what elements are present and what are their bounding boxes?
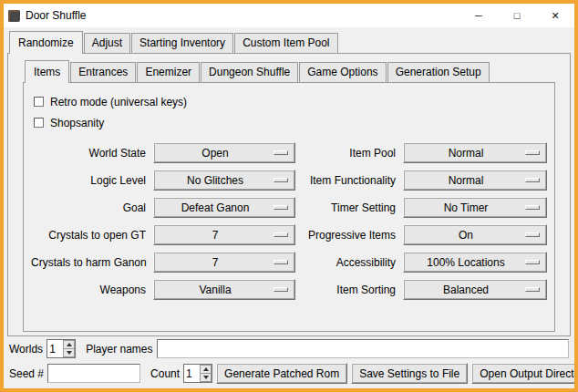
worlds-row: Worlds Player names <box>9 339 569 358</box>
weapons-value: Vanilla <box>199 284 249 296</box>
dropdown-indicator-icon <box>525 287 540 292</box>
seed-input[interactable] <box>47 364 140 383</box>
weapons-dropdown[interactable]: Vanilla <box>153 279 295 300</box>
count-input[interactable] <box>184 365 200 382</box>
spinner-buttons <box>63 340 75 357</box>
close-icon: ✕ <box>551 10 559 22</box>
items-pane: Retro mode (universal keys) Shopsanity W… <box>23 82 555 332</box>
count-spinbox[interactable] <box>183 364 212 383</box>
tab-custom-item-pool[interactable]: Custom Item Pool <box>234 33 337 53</box>
checkbox-icon <box>34 118 44 128</box>
checkbox-icon <box>34 97 44 107</box>
tab-entrances[interactable]: Entrances <box>70 62 136 82</box>
logic-level-dropdown[interactable]: No Glitches <box>153 170 295 191</box>
item-functionality-label: Item Functionality <box>301 174 397 187</box>
tab-game-options[interactable]: Game Options <box>299 62 386 82</box>
dropdown-indicator-icon <box>525 178 540 182</box>
timer-setting-label: Timer Setting <box>301 201 397 214</box>
progressive-items-label: Progressive Items <box>301 229 397 242</box>
app-icon <box>8 10 20 22</box>
item-functionality-value: Normal <box>449 174 502 187</box>
dropdown-indicator-icon <box>525 232 540 237</box>
item-pool-dropdown[interactable]: Normal <box>403 142 547 163</box>
item-pool-label: Item Pool <box>301 147 397 160</box>
goal-label: Goal <box>31 201 148 214</box>
titlebar: Door Shuffle ─ □ ✕ <box>4 4 574 27</box>
item-sorting-dropdown[interactable]: Balanced <box>403 279 547 300</box>
inner-tab-bar: Items Entrances Enemizer Dungeon Shuffle… <box>23 60 555 82</box>
worlds-label: Worlds <box>9 343 43 356</box>
minimize-icon: ─ <box>475 10 482 21</box>
seed-row: Seed # Count Generate Patched Rom Save S… <box>9 363 569 384</box>
bottom-right-buttons: Save Settings to File Open Output Direct… <box>351 363 578 384</box>
seed-label: Seed # <box>9 367 44 380</box>
bottom-controls: Worlds Player names Seed # Count <box>7 336 571 387</box>
tab-enemizer[interactable]: Enemizer <box>137 62 200 82</box>
arrow-up-icon <box>67 343 72 346</box>
close-button[interactable]: ✕ <box>536 4 574 27</box>
accessibility-dropdown[interactable]: 100% Locations <box>403 252 547 273</box>
tab-randomize[interactable]: Randomize <box>9 31 83 54</box>
count-spin-up-button[interactable] <box>200 365 212 374</box>
open-output-directory-button[interactable]: Open Output Directory <box>471 363 578 384</box>
dropdown-indicator-icon <box>274 205 288 210</box>
arrow-up-icon <box>203 367 209 371</box>
generate-patched-rom-button[interactable]: Generate Patched Rom <box>216 363 347 384</box>
item-sorting-value: Balanced <box>443 284 507 296</box>
tab-adjust[interactable]: Adjust <box>84 33 130 53</box>
worlds-input[interactable] <box>47 340 63 357</box>
shopsanity-checkbox[interactable]: Shopsanity <box>34 112 547 133</box>
dropdown-indicator-icon <box>525 150 540 155</box>
shopsanity-label: Shopsanity <box>50 117 104 129</box>
outer-tab-bar: Randomize Adjust Starting Inventory Cust… <box>7 31 571 53</box>
progressive-items-dropdown[interactable]: On <box>403 224 547 245</box>
maximize-button[interactable]: □ <box>498 4 536 27</box>
goal-value: Defeat Ganon <box>181 201 268 214</box>
arrow-down-icon <box>203 376 209 379</box>
weapons-label: Weapons <box>31 284 148 296</box>
count-spin-down-button[interactable] <box>200 374 212 382</box>
dropdown-indicator-icon <box>274 287 288 292</box>
dropdown-indicator-icon <box>525 205 540 210</box>
timer-setting-value: No Timer <box>444 201 507 214</box>
dropdown-indicator-icon <box>274 150 288 155</box>
worlds-spin-down-button[interactable] <box>63 349 75 357</box>
crystals-open-gt-dropdown[interactable]: 7 <box>153 224 295 245</box>
logic-level-label: Logic Level <box>31 174 148 187</box>
window-controls: ─ □ ✕ <box>459 4 574 27</box>
tab-starting-inventory[interactable]: Starting Inventory <box>131 33 233 53</box>
retro-mode-label: Retro mode (universal keys) <box>50 96 187 108</box>
spinner-buttons <box>200 365 212 382</box>
worlds-spin-up-button[interactable] <box>63 340 75 349</box>
world-state-label: World State <box>31 147 148 160</box>
item-sorting-label: Item Sorting <box>301 284 397 296</box>
logic-level-value: No Glitches <box>187 174 262 187</box>
dropdown-indicator-icon <box>525 260 540 264</box>
dropdown-indicator-icon <box>274 260 288 264</box>
world-state-value: Open <box>201 147 246 160</box>
item-functionality-dropdown[interactable]: Normal <box>403 170 547 191</box>
worlds-spinbox[interactable] <box>46 339 76 358</box>
retro-mode-checkbox[interactable]: Retro mode (universal keys) <box>34 91 547 112</box>
dropdown-indicator-icon <box>274 232 288 237</box>
player-names-input[interactable] <box>157 339 570 358</box>
options-grid: World State Open Item Pool Normal Logic … <box>31 142 547 300</box>
player-names-label: Player names <box>86 343 152 356</box>
crystals-harm-ganon-value: 7 <box>212 256 237 269</box>
maximize-icon: □ <box>514 10 521 21</box>
tab-items[interactable]: Items <box>25 60 69 83</box>
save-settings-button[interactable]: Save Settings to File <box>351 363 468 384</box>
accessibility-value: 100% Locations <box>427 256 522 269</box>
minimize-button[interactable]: ─ <box>459 4 498 27</box>
arrow-down-icon <box>67 351 72 355</box>
timer-setting-dropdown[interactable]: No Timer <box>403 197 547 218</box>
tab-generation-setup[interactable]: Generation Setup <box>387 62 490 82</box>
app-window: Door Shuffle ─ □ ✕ Randomize Adjust Star… <box>0 0 578 392</box>
world-state-dropdown[interactable]: Open <box>153 142 295 163</box>
item-pool-value: Normal <box>449 147 502 160</box>
crystals-harm-ganon-dropdown[interactable]: 7 <box>153 252 295 273</box>
crystals-harm-ganon-label: Crystals to harm Ganon <box>31 256 148 269</box>
tab-dungeon-shuffle[interactable]: Dungeon Shuffle <box>201 62 298 82</box>
crystals-open-gt-value: 7 <box>212 229 237 242</box>
goal-dropdown[interactable]: Defeat Ganon <box>153 197 295 218</box>
